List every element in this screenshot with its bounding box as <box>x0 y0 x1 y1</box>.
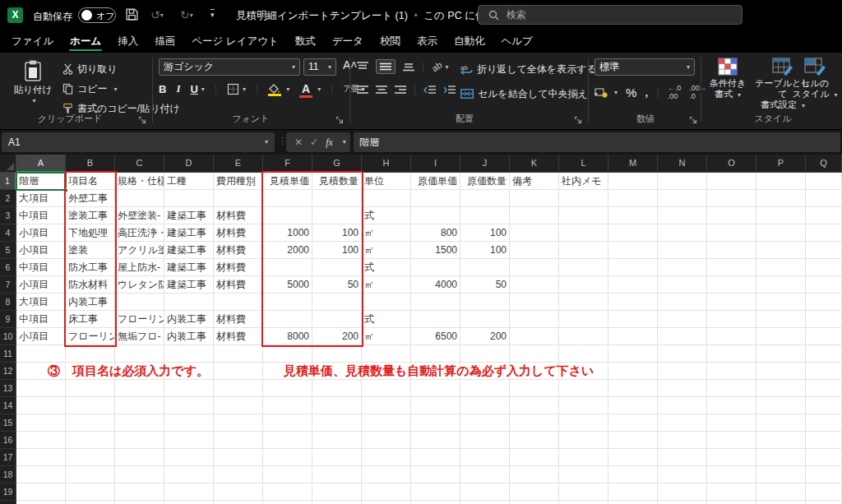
borders-button[interactable] <box>227 83 239 95</box>
cell-H9[interactable]: 式 <box>362 311 411 328</box>
wrap-text-button[interactable]: ab 折り返して全体を表示する <box>460 61 597 77</box>
cell-O20[interactable] <box>707 501 756 504</box>
cell-A17[interactable] <box>16 449 66 466</box>
cell-K10[interactable] <box>510 328 559 345</box>
row-header-19[interactable]: 19 <box>0 483 16 501</box>
cell-I11[interactable] <box>411 345 460 363</box>
cell-E6[interactable]: 材料費 <box>214 259 263 276</box>
font-color-button[interactable]: A <box>299 82 312 95</box>
red-highlight-box-item-name[interactable] <box>64 171 117 347</box>
cell-I18[interactable] <box>411 466 460 483</box>
cell-B14[interactable] <box>66 397 115 414</box>
cell-J10[interactable]: 200 <box>460 328 510 345</box>
cell-L17[interactable] <box>559 449 608 466</box>
cell-A20[interactable] <box>16 501 66 504</box>
cell-M19[interactable] <box>608 483 658 501</box>
cell-A1[interactable]: 階層 <box>16 173 66 190</box>
cell-O14[interactable] <box>707 397 756 414</box>
cell-J8[interactable] <box>460 294 510 311</box>
cell-E17[interactable] <box>214 449 263 466</box>
cell-A3[interactable]: 中項目 <box>16 207 66 224</box>
cell-I16[interactable] <box>411 432 460 449</box>
cell-P8[interactable] <box>756 294 806 311</box>
align-top-icon[interactable] <box>357 62 368 72</box>
cell-F20[interactable] <box>263 501 312 504</box>
cell-A6[interactable]: 中項目 <box>16 259 66 276</box>
percent-style-button[interactable]: % <box>626 86 636 99</box>
cell-G20[interactable] <box>312 501 362 504</box>
row-header-1[interactable]: 1 <box>0 173 16 190</box>
cell-C17[interactable] <box>115 449 164 466</box>
cell-H8[interactable] <box>362 294 411 311</box>
cell-D13[interactable] <box>164 380 214 397</box>
cell-F16[interactable] <box>263 432 312 449</box>
cell-O8[interactable] <box>707 294 756 311</box>
row-header-7[interactable]: 7 <box>0 276 16 294</box>
cell-O11[interactable] <box>707 345 756 363</box>
column-header-K[interactable]: K <box>510 155 559 173</box>
cell-N16[interactable] <box>658 432 707 449</box>
cell-A11[interactable] <box>16 345 66 363</box>
column-header-A[interactable]: A <box>16 155 66 173</box>
cell-P4[interactable] <box>756 224 806 242</box>
cell-O17[interactable] <box>707 449 756 466</box>
cell-C15[interactable] <box>115 414 164 432</box>
cell-N2[interactable] <box>658 190 707 207</box>
cell-C4[interactable]: 高圧洗浄・ <box>115 224 164 242</box>
phonetic-guide-button[interactable]: ア亜 <box>343 83 358 95</box>
cell-P1[interactable] <box>756 173 806 190</box>
row-header-6[interactable]: 6 <box>0 259 16 276</box>
cell-L18[interactable] <box>559 466 608 483</box>
formula-input[interactable]: 階層 <box>354 132 840 152</box>
cell-J14[interactable] <box>460 397 510 414</box>
cell-D14[interactable] <box>164 397 214 414</box>
column-header-I[interactable]: I <box>411 155 460 173</box>
cell-N8[interactable] <box>658 294 707 311</box>
column-header-O[interactable]: O <box>707 155 756 173</box>
cell-E11[interactable] <box>214 345 263 363</box>
cell-D10[interactable]: 内装工事 <box>164 328 214 345</box>
cell-D17[interactable] <box>164 449 214 466</box>
cell-P13[interactable] <box>756 380 806 397</box>
cell-E10[interactable]: 材料費 <box>214 328 263 345</box>
row-header-8[interactable]: 8 <box>0 294 16 311</box>
cell-Q2[interactable] <box>806 190 842 207</box>
cell-M3[interactable] <box>608 207 658 224</box>
cell-P2[interactable] <box>756 190 806 207</box>
cell-Q13[interactable] <box>806 380 842 397</box>
cell-N14[interactable] <box>658 397 707 414</box>
cell-K11[interactable] <box>510 345 559 363</box>
cell-K5[interactable] <box>510 242 559 259</box>
cell-N17[interactable] <box>658 449 707 466</box>
cell-F19[interactable] <box>263 483 312 501</box>
cell-Q9[interactable] <box>806 311 842 328</box>
cell-M8[interactable] <box>608 294 658 311</box>
cell-I17[interactable] <box>411 449 460 466</box>
cell-H15[interactable] <box>362 414 411 432</box>
cell-D7[interactable]: 建築工事 <box>164 276 214 294</box>
cell-O3[interactable] <box>707 207 756 224</box>
cell-C19[interactable] <box>115 483 164 501</box>
column-header-F[interactable]: F <box>263 155 312 173</box>
undo-button[interactable]: ↺▾ <box>150 8 164 21</box>
cell-J15[interactable] <box>460 414 510 432</box>
paste-button[interactable]: 貼り付け ▾ <box>12 59 54 104</box>
comma-style-button[interactable]: , <box>645 88 648 96</box>
cell-N5[interactable] <box>658 242 707 259</box>
cell-G11[interactable] <box>312 345 362 363</box>
cell-D19[interactable] <box>164 483 214 501</box>
column-header-C[interactable]: C <box>115 155 164 173</box>
cell-A15[interactable] <box>16 414 66 432</box>
cell-L6[interactable] <box>559 259 608 276</box>
cell-O19[interactable] <box>707 483 756 501</box>
cell-B19[interactable] <box>66 483 115 501</box>
cell-E7[interactable]: 材料費 <box>214 276 263 294</box>
cell-N1[interactable] <box>658 173 707 190</box>
cell-D2[interactable] <box>164 190 214 207</box>
cell-O13[interactable] <box>707 380 756 397</box>
tab-formulas[interactable]: 数式 <box>287 31 324 53</box>
row-header-5[interactable]: 5 <box>0 242 16 259</box>
tab-insert[interactable]: 挿入 <box>109 31 146 53</box>
cell-I13[interactable] <box>411 380 460 397</box>
cell-M20[interactable] <box>608 501 658 504</box>
